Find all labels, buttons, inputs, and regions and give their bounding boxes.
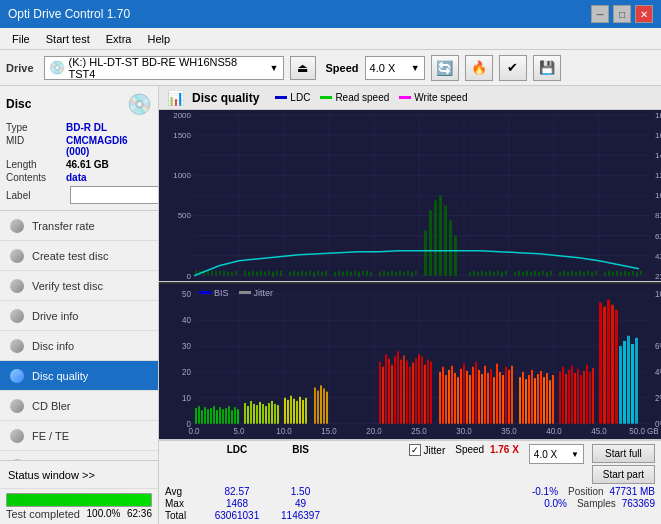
chart-legend: LDC Read speed Write speed: [275, 92, 467, 103]
verify-button[interactable]: ✔: [499, 55, 527, 81]
upper-chart: 2000 1500 1000 500 0 18X 16X 14X 12X 10X…: [159, 110, 661, 282]
disc-label-row: Label 🏷: [6, 186, 152, 204]
ldc-column-header: LDC: [203, 444, 271, 455]
svg-rect-234: [421, 356, 423, 423]
sidebar-item-fe-te[interactable]: FE / TE: [0, 421, 158, 451]
sidebar-item-transfer-rate[interactable]: Transfer rate: [0, 211, 158, 241]
svg-text:5.0: 5.0: [233, 427, 245, 436]
status-window-item[interactable]: Status window >>: [0, 461, 158, 489]
sidebar-item-disc-info[interactable]: Disc info: [0, 331, 158, 361]
max-label: Max: [165, 498, 201, 509]
svg-rect-293: [623, 341, 626, 424]
svg-rect-125: [571, 271, 573, 276]
svg-rect-219: [326, 391, 328, 423]
svg-rect-196: [247, 406, 249, 424]
close-button[interactable]: ✕: [635, 5, 653, 23]
svg-rect-117: [534, 271, 536, 276]
nav-label-create-test-disc: Create test disc: [32, 250, 108, 262]
drive-selector[interactable]: 💿 (K:) HL-DT-ST BD-RE WH16NS58 TST4 ▼: [44, 56, 284, 80]
svg-text:20.0: 20.0: [366, 279, 382, 281]
disc-label-input[interactable]: [70, 186, 159, 204]
svg-text:20.0: 20.0: [366, 427, 382, 436]
speed-combo-selector[interactable]: 4.0 X ▼: [529, 444, 584, 464]
svg-rect-221: [382, 367, 384, 424]
svg-rect-126: [575, 272, 577, 276]
toolbar: Drive 💿 (K:) HL-DT-ST BD-RE WH16NS58 TST…: [0, 50, 661, 86]
svg-text:50: 50: [182, 290, 191, 299]
title-bar: Opti Drive Control 1.70 ─ □ ✕: [0, 0, 661, 28]
speed-selector[interactable]: 4.0 X ▼: [365, 56, 425, 80]
svg-rect-191: [228, 406, 230, 424]
svg-rect-82: [362, 271, 364, 275]
svg-rect-223: [388, 358, 390, 423]
svg-rect-185: [210, 408, 212, 424]
svg-text:14X: 14X: [655, 151, 661, 160]
svg-rect-233: [418, 354, 420, 423]
svg-rect-128: [583, 272, 585, 276]
svg-text:30.0: 30.0: [456, 427, 472, 436]
jitter-checkbox[interactable]: ✓: [409, 444, 421, 456]
svg-rect-56: [248, 272, 250, 276]
lower-chart-svg: 50 40 30 20 10 0 10% 6% 4% 2% 0% 0.0 5.0…: [159, 284, 661, 439]
svg-rect-200: [259, 402, 261, 424]
sidebar-item-extra-tests[interactable]: Extra tests: [0, 451, 158, 460]
svg-rect-240: [445, 375, 447, 424]
start-full-button[interactable]: Start full: [592, 444, 655, 463]
completed-label: Test completed: [6, 508, 80, 520]
minimize-button[interactable]: ─: [591, 5, 609, 23]
svg-rect-242: [451, 366, 453, 424]
sidebar-bottom: Status window >> Test completed 100.0% 6…: [0, 460, 158, 524]
svg-text:50.0 GB: 50.0 GB: [629, 427, 658, 436]
svg-rect-197: [250, 401, 252, 424]
ldc-total: 63061031: [203, 510, 271, 521]
svg-rect-211: [296, 401, 298, 424]
svg-rect-67: [297, 272, 299, 276]
start-part-button[interactable]: Start part: [592, 465, 655, 484]
status-window-label: Status window >>: [8, 469, 95, 481]
svg-rect-210: [293, 399, 295, 424]
menu-start-test[interactable]: Start test: [38, 31, 98, 47]
speed-combo-container: 4.0 X ▼: [529, 444, 584, 464]
svg-rect-81: [358, 272, 360, 277]
svg-text:4%: 4%: [655, 368, 661, 377]
svg-rect-224: [391, 364, 393, 423]
svg-rect-123: [563, 271, 565, 276]
burn-button[interactable]: 🔥: [465, 55, 493, 81]
ldc-legend-label: LDC: [290, 92, 310, 103]
sidebar-item-drive-info[interactable]: Drive info: [0, 301, 158, 331]
menu-file[interactable]: File: [4, 31, 38, 47]
sidebar-item-verify-test-disc[interactable]: Verify test disc: [0, 271, 158, 301]
chart-header-icon: 📊: [167, 90, 184, 106]
menu-help[interactable]: Help: [139, 31, 178, 47]
svg-text:40.0: 40.0: [546, 427, 562, 436]
jitter-legend-label: Jitter: [254, 288, 274, 298]
save-button[interactable]: 💾: [533, 55, 561, 81]
menu-extra[interactable]: Extra: [98, 31, 140, 47]
sidebar-item-create-test-disc[interactable]: Create test disc: [0, 241, 158, 271]
svg-rect-207: [284, 398, 286, 424]
jitter-legend-color: [239, 291, 251, 294]
stats-max-row: Max 1468 49 0.0% Samples 763369: [165, 498, 655, 509]
svg-rect-215: [314, 387, 316, 423]
upper-chart-svg: 2000 1500 1000 500 0 18X 16X 14X 12X 10X…: [159, 110, 661, 281]
svg-rect-256: [493, 377, 495, 424]
svg-rect-263: [519, 377, 521, 424]
window-controls: ─ □ ✕: [591, 5, 653, 23]
jitter-avg: -0.1%: [498, 486, 558, 497]
maximize-button[interactable]: □: [613, 5, 631, 23]
eject-button[interactable]: ⏏: [290, 56, 316, 80]
sidebar-item-disc-quality[interactable]: Disc quality: [0, 361, 158, 391]
svg-rect-59: [260, 271, 262, 276]
svg-rect-133: [608, 271, 610, 276]
svg-rect-284: [586, 364, 588, 423]
svg-rect-216: [317, 390, 319, 423]
svg-rect-258: [499, 372, 501, 424]
progress-bar-outer: [6, 493, 152, 507]
svg-rect-237: [430, 361, 432, 423]
legend-read-speed: Read speed: [320, 92, 389, 103]
refresh-button[interactable]: 🔄: [431, 55, 459, 81]
sidebar-item-cd-bler[interactable]: CD Bler: [0, 391, 158, 421]
svg-rect-201: [262, 404, 264, 424]
svg-rect-289: [607, 299, 610, 423]
nav-label-cd-bler: CD Bler: [32, 400, 71, 412]
